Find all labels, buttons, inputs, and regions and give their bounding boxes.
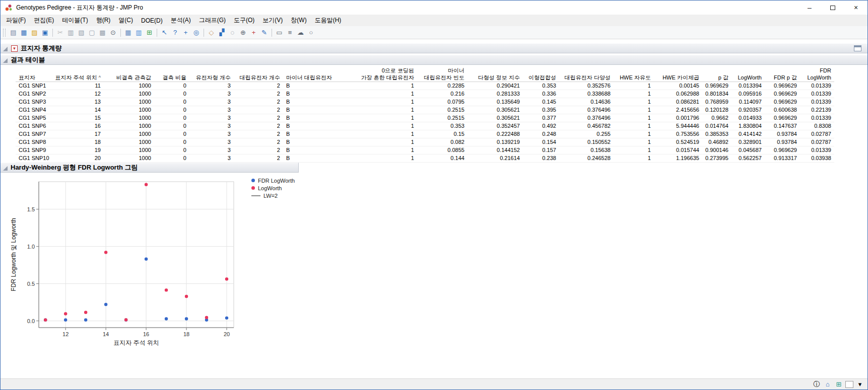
data-point[interactable] [145,258,148,261]
legend-item[interactable]: LW=2 [251,192,295,199]
column-header[interactable]: 유전자형 개수 [189,67,234,82]
menu-item-file[interactable]: 파일(F) [2,15,30,26]
table-row[interactable]: CG1 SNP5151000032B10.25150.3056210.3770.… [16,114,834,122]
column-header[interactable]: 비결측 관측값 [104,67,154,82]
hand-tool-icon[interactable]: ◇ [206,27,217,38]
legend-item[interactable]: FDR LogWorth [251,177,295,184]
save-icon[interactable]: ▣ [40,27,50,38]
report-window-icon[interactable] [854,45,861,51]
table-row[interactable]: CG1 SNP1111000032B10.22850.2904210.3530.… [16,82,834,90]
caret-down-icon[interactable]: ▾ [855,380,864,388]
new-data-table-icon[interactable]: ▦ [19,27,29,38]
data-point[interactable] [104,303,107,306]
info-icon[interactable]: ⓘ [812,380,821,389]
home-window-icon[interactable]: ⌂ [823,380,832,388]
data-point[interactable] [205,316,208,319]
arrow-tool-icon[interactable]: ↖ [159,27,170,38]
data-point[interactable] [84,319,87,322]
chart-icon[interactable]: ▥ [133,27,144,38]
red-triangle-menu-icon[interactable]: ▼ [11,45,18,52]
column-header[interactable]: 다형성 정보 지수 [468,67,523,82]
menu-item-cols[interactable]: 열(C) [114,15,137,26]
data-point[interactable] [225,277,228,280]
brush-tool-icon[interactable]: ▞ [217,27,227,38]
table-row[interactable]: CG1 SNP6161000032B10.3530.3524570.4920.4… [16,122,834,130]
layout-icon[interactable]: ▩ [97,27,108,38]
column-header[interactable]: 이형접합성 [523,67,559,82]
menu-item-tables[interactable]: 테이블(T) [58,15,92,26]
annotate-rect-icon[interactable]: ▭ [274,27,285,38]
column-header[interactable]: 대립유전자 다양성 [559,67,614,82]
search-icon[interactable]: ⊙ [108,27,118,38]
hwe-fdr-logworth-chart[interactable]: 12141618200.00.51.01.5표지자 주석 위치FDR Logwo… [9,176,245,348]
preview-box[interactable] [845,381,853,388]
table-row[interactable]: CG1 SNP7171000032B10.150.2224880.2480.25… [16,130,834,138]
table-row[interactable]: CG1 SNP9191000032B10.08550.1441520.1570.… [16,146,834,154]
menu-item-edit[interactable]: 편집(E) [30,15,58,26]
data-point[interactable] [145,183,148,186]
legend-item[interactable]: LogWorth [251,184,295,192]
open-icon[interactable]: ▨ [29,27,40,38]
help-tool-icon[interactable]: ? [170,27,180,38]
menu-item-view[interactable]: 보기(V) [258,15,287,26]
column-header[interactable]: 표지자 주석 위치^ [52,67,104,82]
paste-icon[interactable]: ▧ [76,27,87,38]
menu-item-graph[interactable]: 그래프(G) [195,15,230,26]
table-row[interactable]: CG1 SNP3131000032B10.07950.1356490.1450.… [16,98,834,106]
oval-annotation-icon[interactable]: ○ [306,27,316,38]
data-point[interactable] [44,319,47,322]
table-row[interactable]: CG1 SNP10201000032B10.1440.216140.2380.2… [16,154,834,163]
column-header[interactable]: 대립유전자 개수 [234,67,283,82]
cloud-annotation-icon[interactable]: ☁ [295,27,306,38]
graph-builder-icon[interactable]: ⊞ [144,27,155,38]
cut-icon[interactable]: ✂ [55,27,65,38]
disclosure-triangle-icon[interactable] [3,166,8,171]
column-header[interactable]: HWE 카이제곱 [654,67,702,82]
journal-icon[interactable]: ▢ [87,27,97,38]
data-point[interactable] [165,317,168,320]
magnifier-tool-icon[interactable]: ⊕ [238,27,248,38]
disclosure-triangle-icon[interactable] [3,47,8,51]
copy-icon[interactable]: ▥ [65,27,76,38]
pencil-tool-icon[interactable]: ✎ [259,27,270,38]
column-header[interactable]: 마이너대립유전자 빈도 [417,67,468,82]
table-row[interactable]: CG1 SNP8181000032B10.0820.1392190.1540.1… [16,138,834,146]
data-point[interactable] [64,319,67,322]
table-row[interactable]: CG1 SNP2121000032B10.2160.2813330.3360.3… [16,90,834,98]
menu-item-analyze[interactable]: 분석(A) [167,15,195,26]
column-header[interactable]: LogWorth [731,67,765,82]
line-annotation-icon[interactable]: ≡ [285,27,295,38]
toolbar-grip[interactable] [3,29,6,37]
column-header[interactable]: 0으로 코딩된가장 흔한 대립유전자 [337,67,417,82]
menu-item-doe[interactable]: DOE(D) [137,16,167,26]
menu-item-rows[interactable]: 행(R) [92,15,115,26]
data-point[interactable] [64,312,67,315]
target-tool-icon[interactable]: ◎ [191,27,202,38]
menu-item-help[interactable]: 도움말(H) [311,15,346,26]
column-header[interactable]: 표지자 [16,67,52,82]
column-header[interactable]: 결측 비율 [154,67,189,82]
plus-tool-icon[interactable]: + [248,27,259,38]
menu-item-tools[interactable]: 도구(O) [230,15,258,26]
close-button[interactable]: × [844,1,867,15]
grid-view-icon[interactable]: ⊞ [834,380,843,388]
lasso-tool-icon[interactable]: ◌ [227,27,238,38]
data-table-icon[interactable]: ▦ [123,27,133,38]
minimize-button[interactable]: – [798,1,821,15]
column-header[interactable]: FDR p 값 [765,67,800,82]
crosshair-tool-icon[interactable]: + [180,27,191,38]
data-point[interactable] [165,288,168,291]
maximize-button[interactable] [821,1,844,15]
menu-item-window[interactable]: 창(W) [287,15,310,26]
data-point[interactable] [104,251,107,254]
column-header[interactable]: HWE 자유도 [614,67,654,82]
column-header[interactable]: 마이너 대립유전자 [283,67,337,82]
column-header[interactable]: FDRLogWorth [800,67,834,82]
plot-area[interactable] [39,182,234,328]
data-point[interactable] [84,311,87,314]
new-journal-icon[interactable]: ▤ [8,27,19,38]
disclosure-triangle-icon[interactable] [3,58,8,63]
table-row[interactable]: CG1 SNP4141000032B10.25150.3056210.3950.… [16,106,834,114]
column-header[interactable]: p 값 [702,67,731,82]
data-point[interactable] [185,317,188,320]
